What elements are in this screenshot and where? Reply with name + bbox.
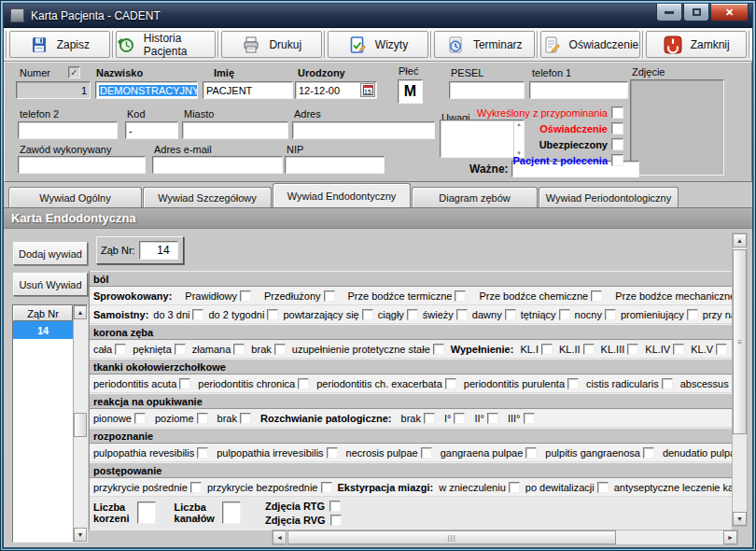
toolbar-button-wizyty[interactable]: Wizyty — [328, 31, 428, 58]
checkbox-necrosis-pulpae[interactable] — [421, 447, 432, 459]
check-item-label: poziome — [155, 413, 194, 424]
checkbox-prze-bodźce-chemiczne[interactable] — [591, 290, 602, 302]
miasto-input[interactable] — [182, 121, 288, 139]
checkbox-kl-iii[interactable] — [627, 344, 638, 355]
tab-wywiad-endodontyczny[interactable]: Wywiad Endodontyczny — [273, 183, 411, 207]
horizontal-scroll-thumb[interactable]: ||| — [287, 530, 616, 544]
grid-scroll-thumb[interactable] — [74, 413, 87, 437]
checkbox-po-dewitalizacji[interactable] — [597, 482, 609, 493]
checkbox-złamana[interactable] — [233, 344, 245, 355]
checkbox-periodontitis-acuta[interactable] — [179, 378, 190, 389]
checkbox-periodontitis-purulenta[interactable] — [567, 378, 579, 389]
checkbox-kl-iv[interactable] — [673, 344, 684, 355]
checkbox-kl-i[interactable] — [541, 344, 553, 355]
checkbox-pulpitis-gangraenosa[interactable] — [643, 447, 654, 459]
checkbox-brak[interactable] — [424, 413, 435, 424]
email-input[interactable] — [152, 156, 283, 174]
tooth-number-input[interactable]: 14 — [139, 241, 178, 260]
add-interview-button[interactable]: Dodaj wywiad — [13, 242, 88, 265]
checkbox-promieniujący[interactable] — [687, 309, 698, 320]
toolbar-button-zamknij[interactable]: Zamknij — [646, 31, 747, 58]
scroll-up-button[interactable]: ▲ — [733, 233, 747, 247]
grid-scroll-down-button[interactable]: ▼ — [74, 528, 87, 542]
checkbox-w-znieczuleniu[interactable] — [509, 482, 520, 493]
remove-interview-button[interactable]: Usuń Wywiad — [13, 273, 88, 296]
checkbox-pionowe[interactable] — [134, 413, 146, 424]
scroll-left-button[interactable]: ◄ — [273, 530, 287, 544]
tab-diagram-zębów[interactable]: Diagram zębów — [412, 187, 538, 207]
checkbox-kl-ii[interactable] — [583, 344, 595, 355]
nazwisko-input[interactable]: DEMONSTRACYJNY — [95, 81, 198, 99]
checkbox-ii[interactable] — [487, 413, 498, 424]
rtg-label: Zdjęcia RTG — [265, 501, 325, 512]
minimize-button[interactable] — [656, 4, 682, 21]
imie-input[interactable]: PACJENT — [203, 81, 293, 99]
toolbar-button-zapisz[interactable]: Zapisz — [9, 31, 110, 58]
checkbox-ciągły[interactable] — [407, 309, 418, 320]
checkbox-periodontitis-ch-exacerbata[interactable] — [445, 378, 456, 389]
tooth-grid-header[interactable]: Ząb Nr — [13, 305, 73, 321]
uwagi-scrollbar[interactable]: ▲ ▼ — [513, 120, 524, 157]
checkbox-przykrycie-bezpośrednie[interactable] — [321, 482, 332, 493]
scroll-right-button[interactable]: ► — [723, 530, 737, 544]
rvg-checkbox[interactable] — [330, 515, 342, 526]
checkbox-prze-bodźce-termiczne[interactable] — [455, 290, 466, 302]
canals-count-input[interactable] — [222, 502, 241, 524]
uwagi-textarea[interactable]: ▲ ▼ — [440, 120, 525, 158]
maximize-button[interactable] — [683, 4, 709, 21]
scroll-down-button[interactable]: ▼ — [733, 512, 747, 526]
checkbox-brak[interactable] — [240, 413, 251, 424]
toolbar-button-terminarz[interactable]: Terminarz — [434, 31, 535, 58]
grid-scroll-up-button[interactable]: ▲ — [74, 305, 87, 319]
date-picker-button[interactable]: 15 — [360, 83, 375, 97]
tooth-row-14[interactable]: 14 — [13, 321, 73, 339]
checkbox-pęknięta[interactable] — [175, 344, 186, 355]
tab-wywiad-ogólny[interactable]: Wywiad Ogólny — [8, 187, 142, 207]
checkbox-i[interactable] — [454, 413, 465, 424]
checkbox-cała[interactable] — [115, 344, 126, 355]
checkbox-brak[interactable] — [274, 344, 286, 355]
checkbox-dawny[interactable] — [505, 309, 516, 320]
checkbox-iii[interactable] — [524, 413, 535, 424]
checkbox-tętniący[interactable] — [559, 309, 570, 320]
tab-wywiad-szczegółowy[interactable]: Wywiad Szczegółowy — [143, 187, 272, 207]
checkbox-przedłużony[interactable] — [324, 290, 335, 302]
toolbar-button-drukuj[interactable]: Drukuj — [221, 31, 322, 58]
checkbox-uzupełnienie-protetyczne-stałe[interactable] — [433, 344, 444, 355]
checkbox-cistis-radicularis[interactable] — [662, 378, 673, 389]
flag-checkbox-ubezpieczony[interactable] — [611, 138, 623, 150]
flag-checkbox-oświadczenie[interactable] — [611, 122, 623, 134]
checkbox-gangraena-pulpae[interactable] — [525, 447, 537, 459]
checkbox-przykrycie-pośrednie[interactable] — [190, 482, 202, 493]
checkbox-pulpopathia-irrevesibilis[interactable] — [327, 447, 338, 459]
nip-input[interactable] — [285, 156, 385, 174]
checkbox-do-2-tygodni[interactable] — [267, 309, 278, 320]
close-button[interactable]: ✕ — [710, 4, 749, 21]
plec-input[interactable]: M — [398, 79, 423, 104]
checkbox-pulpopathia-revesibilis[interactable] — [197, 447, 208, 459]
pesel-input[interactable] — [449, 81, 525, 99]
toolbar-button-oświadczenie[interactable]: Oświadczenie — [540, 31, 641, 58]
urodzony-input[interactable]: 12-12-00 15 — [295, 81, 377, 99]
flag-checkbox-pacjent-z-polecenia[interactable] — [611, 154, 623, 166]
vertical-scroll-thumb[interactable]: ≡ — [733, 249, 747, 434]
history-icon — [117, 35, 135, 54]
checkbox-poziome[interactable] — [197, 413, 208, 424]
toolbar-button-historia-pacjenta[interactable]: Historia Pacjenta — [116, 31, 217, 58]
zawod-input[interactable] — [18, 156, 146, 174]
checkbox-świeży[interactable] — [456, 309, 468, 320]
checkbox-do-3-dni[interactable] — [192, 309, 203, 320]
checkbox-prawidłowy[interactable] — [240, 290, 251, 302]
telefon2-input[interactable] — [18, 121, 118, 139]
adres-input[interactable] — [292, 121, 435, 139]
rtg-checkbox[interactable] — [329, 501, 341, 512]
tab-wywiad-periodontologiczny[interactable]: Wywiad Periodontologiczny — [539, 187, 679, 207]
checkbox-nocny[interactable] — [605, 309, 616, 320]
roots-count-input[interactable] — [137, 502, 156, 524]
checkbox-periodontitis-chronica[interactable] — [298, 378, 309, 389]
telefon1-input[interactable] — [529, 81, 628, 99]
flag-checkbox-wykreślony-z-przypominania[interactable] — [611, 106, 623, 119]
checkbox-kl-v[interactable] — [716, 344, 727, 355]
checkbox-powtarzający-się[interactable] — [362, 309, 373, 320]
kod-input[interactable]: - — [125, 121, 178, 139]
